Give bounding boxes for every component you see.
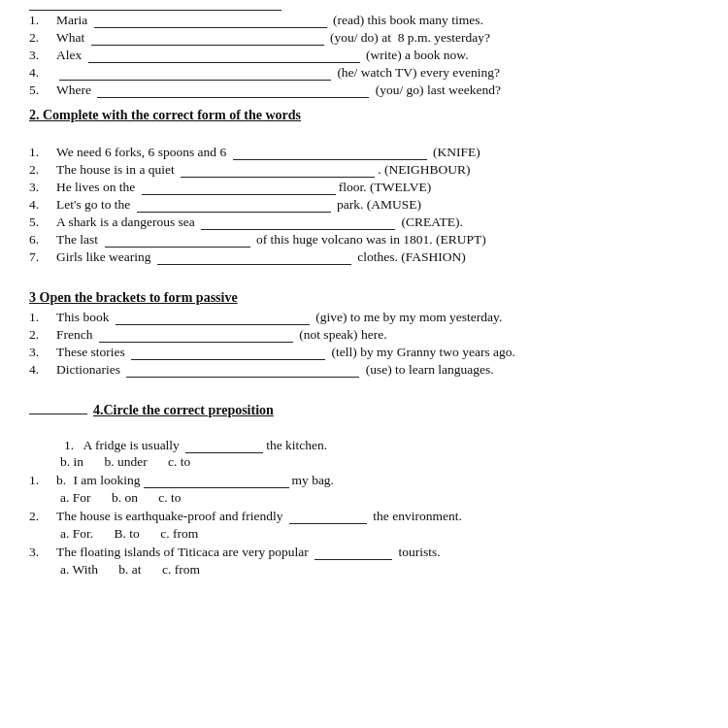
section-4: 4.Circle the correct preposition 1. A fr… xyxy=(29,387,699,578)
item-text: This book (give) to me by my mom yesterd… xyxy=(56,310,502,325)
item-text: What (you/ do) at 8 p.m. yesterday? xyxy=(56,30,490,46)
item-num: 3. xyxy=(29,180,56,195)
blank[interactable] xyxy=(59,80,331,81)
section-1: 1. Maria (read) this book many times. 2.… xyxy=(29,13,699,98)
list-item: 1. We need 6 forks, 6 spoons and 6 (KNIF… xyxy=(29,145,699,160)
options-row: a. With b. at c. from xyxy=(60,562,699,578)
item-text: (he/ watch TV) every evening? xyxy=(56,65,500,81)
list-item: 3. These stories (tell) by my Granny two… xyxy=(29,345,699,360)
blank[interactable] xyxy=(157,264,351,265)
item-text: Girls like wearing clothes. (FASHION) xyxy=(56,249,466,265)
blank[interactable] xyxy=(289,523,367,524)
option[interactable]: b. at xyxy=(118,562,141,577)
option[interactable]: b. on xyxy=(112,490,138,505)
blank[interactable] xyxy=(201,229,395,230)
option[interactable]: a. For xyxy=(60,490,91,505)
top-line xyxy=(29,10,281,11)
item-num: 2. xyxy=(29,162,56,178)
item-num: 1. xyxy=(29,13,56,28)
item-num: 4. xyxy=(29,197,56,213)
item-text: Where (you/ go) last weekend? xyxy=(56,83,501,98)
list-item: 1. A fridge is usually the kitchen. xyxy=(64,438,699,453)
item-num: 5. xyxy=(29,83,56,98)
blank[interactable] xyxy=(91,45,324,46)
item-text: French (not speak) here. xyxy=(56,327,387,343)
option[interactable]: a. For. xyxy=(60,526,93,541)
blank[interactable] xyxy=(126,377,359,378)
list-item: 2. What (you/ do) at 8 p.m. yesterday? xyxy=(29,30,699,46)
blank[interactable] xyxy=(94,27,327,28)
option[interactable]: b. in xyxy=(60,454,83,469)
item-text: Let's go to the park. (AMUSE) xyxy=(56,197,421,213)
blank[interactable] xyxy=(185,452,263,453)
list-item: 2. The house is earthquake-proof and fri… xyxy=(29,509,699,524)
blank[interactable] xyxy=(142,194,336,195)
list-item: 3. The floating islands of Titicaca are … xyxy=(29,545,699,560)
item-num: 4. xyxy=(29,362,56,378)
item-text: Maria (read) this book many times. xyxy=(56,13,483,28)
list-item: 6. The last of this huge volcano was in … xyxy=(29,232,699,248)
item-text: A shark is a dangerous sea (CREATE). xyxy=(56,215,463,230)
section-4-prefix-line xyxy=(29,414,87,414)
item-num: 4. xyxy=(29,65,56,81)
item-text: He lives on the floor. (TWELVE) xyxy=(56,180,431,195)
item-num: 2. xyxy=(29,509,56,524)
list-item: 4. Dictionaries (use) to learn languages… xyxy=(29,362,699,378)
list-item: 1. b. I am lookingmy bag. xyxy=(29,473,699,488)
item-text: We need 6 forks, 6 spoons and 6 (KNIFE) xyxy=(56,145,480,160)
blank[interactable] xyxy=(97,97,369,98)
list-item: 2. French (not speak) here. xyxy=(29,327,699,343)
section-2-title: 2. Complete with the correct form of the… xyxy=(29,108,699,123)
item-num: 2. xyxy=(29,327,56,343)
list-item: 1. This book (give) to me by my mom yest… xyxy=(29,310,699,325)
option[interactable]: c. to xyxy=(168,454,190,469)
item-num: 3. xyxy=(29,48,56,63)
blank[interactable] xyxy=(88,62,360,63)
item-text: The floating islands of Titicaca are ver… xyxy=(56,545,441,560)
list-item: 4. (he/ watch TV) every evening? xyxy=(29,65,699,81)
list-item: 1. Maria (read) this book many times. xyxy=(29,13,699,28)
blank[interactable] xyxy=(144,487,289,488)
section-3: 3 Open the brackets to form passive 1. T… xyxy=(29,275,699,378)
option[interactable]: B. to xyxy=(115,526,140,541)
list-item: 3. Alex (write) a book now. xyxy=(29,48,699,63)
item-num: 1. xyxy=(29,310,56,325)
list-item: 5. Where (you/ go) last weekend? xyxy=(29,83,699,98)
item-text: Dictionaries (use) to learn languages. xyxy=(56,362,494,378)
item-num: 7. xyxy=(29,249,56,265)
option[interactable]: a. With xyxy=(60,562,98,577)
blank[interactable] xyxy=(116,324,310,325)
item-text: The last of this huge volcano was in 180… xyxy=(56,232,486,248)
blank[interactable] xyxy=(99,342,293,343)
item-text: These stories (tell) by my Granny two ye… xyxy=(56,345,515,360)
list-item: 3. He lives on the floor. (TWELVE) xyxy=(29,180,699,195)
options-row: a. For. B. to c. from xyxy=(60,526,699,542)
blank[interactable] xyxy=(137,212,331,213)
blank[interactable] xyxy=(181,177,375,178)
item-num: 2. xyxy=(29,30,56,46)
item-num: 1. xyxy=(29,473,56,488)
option[interactable]: c. to xyxy=(158,490,181,505)
option[interactable]: b. under xyxy=(104,454,147,469)
item-text: 1. A fridge is usually the kitchen. xyxy=(64,438,327,452)
section-4-title: 4.Circle the correct preposition xyxy=(93,403,274,418)
options-row: b. in b. under c. to xyxy=(60,454,699,470)
blank[interactable] xyxy=(105,247,250,248)
item-text: Alex (write) a book now. xyxy=(56,48,469,63)
blank[interactable] xyxy=(314,559,392,560)
list-item: 7. Girls like wearing clothes. (FASHION) xyxy=(29,249,699,265)
list-item: 2. The house is in a quiet . (NEIGHBOUR) xyxy=(29,162,699,178)
item-text: The house is earthquake-proof and friend… xyxy=(56,509,462,524)
option[interactable]: c. from xyxy=(160,526,198,541)
item-num: 3. xyxy=(29,545,56,560)
blank[interactable] xyxy=(233,159,427,160)
option[interactable]: c. from xyxy=(162,562,200,577)
section-2: 2. Complete with the correct form of the… xyxy=(29,108,699,265)
item-num: 3. xyxy=(29,345,56,360)
section-3-title: 3 Open the brackets to form passive xyxy=(29,290,699,306)
options-row: a. For b. on c. to xyxy=(60,490,699,506)
item-text: b. I am lookingmy bag. xyxy=(56,473,334,488)
item-text: The house is in a quiet . (NEIGHBOUR) xyxy=(56,162,470,178)
blank[interactable] xyxy=(131,359,325,360)
item-num: 1. xyxy=(29,145,56,160)
